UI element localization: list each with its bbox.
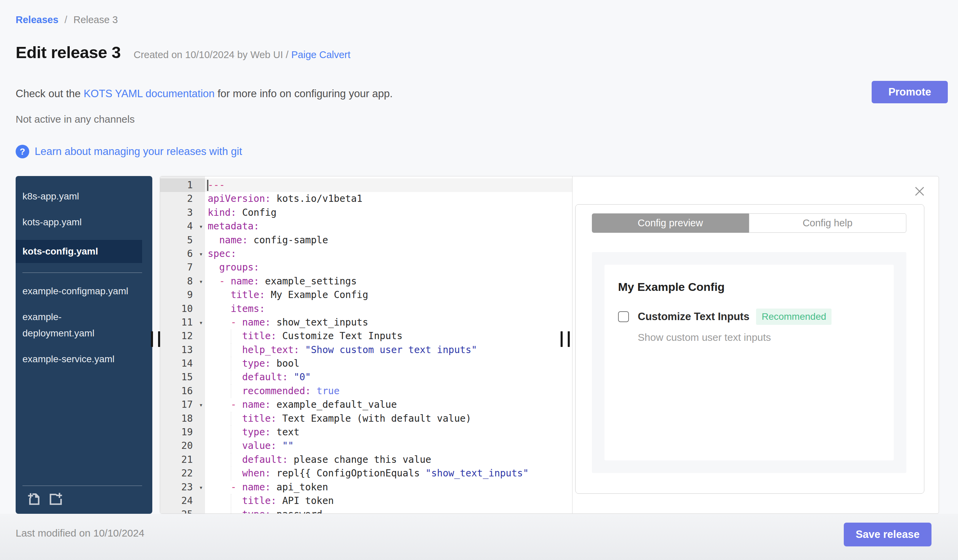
line-number: 13: [160, 343, 205, 357]
save-release-button[interactable]: Save release: [844, 523, 931, 546]
fold-arrow-icon[interactable]: ▾: [199, 398, 203, 411]
fold-arrow-icon[interactable]: ▾: [199, 316, 203, 329]
editor-panel: 1---2apiVersion: kots.io/v1beta13kind: C…: [160, 176, 939, 514]
preview-box: Config previewConfig help My Example Con…: [575, 204, 924, 494]
editor-line-7: 7 groups:: [160, 261, 572, 274]
editor-line-6: 6▾spec:: [160, 247, 572, 261]
code-text[interactable]: metadata:: [205, 220, 572, 233]
editor-line-9: 9 title: My Example Config: [160, 288, 572, 302]
editor-line-2: 2apiVersion: kots.io/v1beta1: [160, 192, 572, 206]
git-help-link[interactable]: Learn about managing your releases with …: [35, 146, 242, 158]
code-text[interactable]: title: My Example Config: [205, 288, 572, 302]
editor-line-20: 20 value: "": [160, 439, 572, 452]
code-text[interactable]: default: please change this value: [205, 453, 572, 467]
code-text[interactable]: ---: [205, 179, 572, 192]
line-number: 19: [160, 426, 205, 439]
created-text: Created on 10/10/2024 by Web UI /: [133, 49, 291, 60]
code-text[interactable]: items:: [205, 302, 572, 316]
breadcrumb-releases-link[interactable]: Releases: [16, 14, 59, 25]
preview-content-area: My Example Config Customize Text Inputs …: [592, 252, 906, 473]
line-number: 3: [160, 206, 205, 220]
sidebar-file-example-deployment.yaml[interactable]: example-deployment.yaml: [16, 309, 130, 342]
code-text[interactable]: type: password: [205, 508, 572, 513]
editor-line-13: 13 help_text: "Show custom user text inp…: [160, 343, 572, 357]
config-item-help-text: Show custom user text inputs: [638, 332, 894, 343]
sidebar-resize-handle[interactable]: [151, 331, 160, 347]
breadcrumb-current: Release 3: [73, 14, 118, 25]
yaml-editor[interactable]: 1---2apiVersion: kots.io/v1beta13kind: C…: [160, 176, 572, 513]
code-text[interactable]: name: config-sample: [205, 233, 572, 247]
code-text[interactable]: - name: api_token: [205, 481, 572, 494]
sidebar-file-example-service.yaml[interactable]: example-service.yaml: [16, 351, 130, 367]
sidebar-file-kots-app.yaml[interactable]: kots-app.yaml: [16, 214, 130, 230]
line-number: 25: [160, 508, 205, 513]
code-text[interactable]: groups:: [205, 261, 572, 274]
code-text[interactable]: default: "0": [205, 370, 572, 384]
code-text[interactable]: - name: example_settings: [205, 275, 572, 288]
code-text[interactable]: when: repl{{ ConfigOptionEquals "show_te…: [205, 467, 572, 480]
line-number: 10: [160, 302, 205, 316]
file-list-divider: [22, 272, 142, 273]
code-text[interactable]: - name: show_text_inputs: [205, 316, 572, 329]
code-text[interactable]: kind: Config: [205, 206, 572, 220]
breadcrumb: Releases / Release 3: [16, 14, 118, 25]
sidebar-file-k8s-app.yaml[interactable]: k8s-app.yaml: [16, 188, 130, 204]
line-number: 5: [160, 233, 205, 247]
line-number: 16: [160, 384, 205, 398]
tab-config-preview[interactable]: Config preview: [592, 214, 749, 233]
line-number: 14: [160, 357, 205, 370]
doc-prefix: Check out the: [16, 88, 84, 100]
editor-line-4: 4▾metadata:: [160, 220, 572, 233]
line-number: 17▾: [160, 398, 205, 411]
code-text[interactable]: title: Text Example (with default value): [205, 412, 572, 426]
code-text[interactable]: type: text: [205, 426, 572, 439]
sidebar-actions: [22, 486, 142, 514]
line-number: 11▾: [160, 316, 205, 329]
sidebar-file-example-configmap.yaml[interactable]: example-configmap.yaml: [16, 283, 130, 299]
footer-bar: Last modified on 10/10/2024 Save release: [0, 514, 958, 560]
fold-arrow-icon[interactable]: ▾: [199, 481, 203, 494]
config-item-label: Customize Text Inputs: [638, 310, 749, 323]
tab-config-help[interactable]: Config help: [749, 214, 907, 233]
editor-line-14: 14 type: bool: [160, 357, 572, 370]
author-link[interactable]: Paige Calvert: [291, 49, 351, 60]
code-text[interactable]: title: Customize Text Inputs: [205, 329, 572, 343]
add-file-icon[interactable]: [27, 491, 41, 506]
editor-line-23: 23▾ - name: api_token: [160, 481, 572, 494]
editor-line-19: 19 type: text: [160, 426, 572, 439]
fold-arrow-icon[interactable]: ▾: [199, 247, 203, 261]
add-folder-icon[interactable]: [48, 491, 63, 506]
config-group-title: My Example Config: [618, 280, 894, 294]
file-sidebar: k8s-app.yamlkots-app.yamlkots-config.yam…: [16, 176, 152, 514]
editor-lines: 1---2apiVersion: kots.io/v1beta13kind: C…: [160, 176, 572, 513]
close-icon[interactable]: [913, 185, 926, 198]
code-text[interactable]: type: bool: [205, 357, 572, 370]
editor-resize-handle[interactable]: [561, 331, 570, 347]
question-icon: ?: [16, 145, 29, 158]
doc-row: Check out the KOTS YAML documentation fo…: [16, 88, 393, 100]
code-text[interactable]: help_text: "Show custom user text inputs…: [205, 343, 572, 357]
customize-text-inputs-checkbox[interactable]: [618, 311, 629, 322]
config-card: My Example Config Customize Text Inputs …: [604, 265, 894, 460]
fold-arrow-icon[interactable]: ▾: [199, 220, 203, 233]
promote-button[interactable]: Promote: [872, 81, 948, 103]
line-number: 9: [160, 288, 205, 302]
edit-release-screen: Releases / Release 3 Edit release 3 Crea…: [0, 0, 958, 560]
line-number: 4▾: [160, 220, 205, 233]
kots-yaml-doc-link[interactable]: KOTS YAML documentation: [84, 88, 214, 100]
editor-line-21: 21 default: please change this value: [160, 453, 572, 467]
git-help-row[interactable]: ? Learn about managing your releases wit…: [16, 145, 242, 158]
line-number: 22: [160, 467, 205, 480]
sidebar-file-kots-config.yaml[interactable]: kots-config.yaml: [16, 240, 142, 263]
editor-line-15: 15 default: "0": [160, 370, 572, 384]
channel-status: Not active in any channels: [16, 114, 135, 125]
code-text[interactable]: apiVersion: kots.io/v1beta1: [205, 192, 572, 206]
editor-line-3: 3kind: Config: [160, 206, 572, 220]
code-text[interactable]: value: "": [205, 439, 572, 452]
code-text[interactable]: - name: example_default_value: [205, 398, 572, 411]
fold-arrow-icon[interactable]: ▾: [199, 275, 203, 288]
code-text[interactable]: title: API token: [205, 494, 572, 508]
code-text[interactable]: spec:: [205, 247, 572, 261]
code-text[interactable]: recommended: true: [205, 384, 572, 398]
last-modified-text: Last modified on 10/10/2024: [16, 527, 144, 539]
